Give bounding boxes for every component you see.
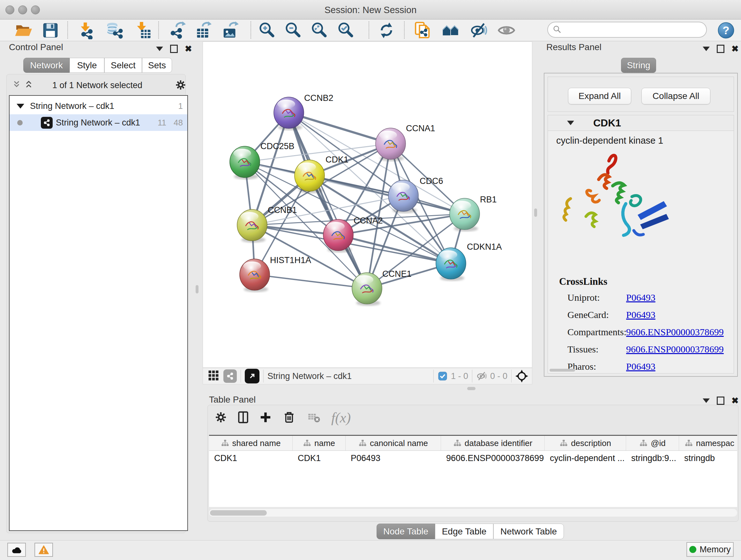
search-field[interactable] <box>547 22 707 38</box>
collapse-panel-icon[interactable] <box>156 47 163 51</box>
network-node[interactable]: CCNB2 <box>274 93 333 130</box>
table-row[interactable]: CDK1CDK1P064939606.ENSP00000378699cyclin… <box>209 451 737 465</box>
network-options-gear-icon[interactable] <box>174 78 187 92</box>
network-overview-icon[interactable] <box>441 21 460 40</box>
network-edge[interactable] <box>289 113 391 144</box>
expand-all-networks-icon[interactable] <box>23 79 34 91</box>
network-canvas[interactable]: CCNB2 CCNA1 CDC25B CDK1 CDC6 RB1 <box>203 42 532 368</box>
column-header[interactable]: shared name <box>209 436 293 450</box>
open-session-icon[interactable] <box>13 21 32 40</box>
table-gear-icon[interactable] <box>213 410 228 425</box>
network-share-badge-icon[interactable] <box>223 369 237 383</box>
crosslink-link[interactable]: P06493 <box>626 361 656 372</box>
column-header[interactable]: database identifier <box>441 436 545 450</box>
crosslink-link[interactable]: P06493 <box>626 292 656 303</box>
close-panel-icon[interactable]: ✖ <box>185 46 192 52</box>
zoom-out-icon[interactable] <box>283 21 302 40</box>
protein-structure-image <box>561 150 670 243</box>
tab-select[interactable]: Select <box>105 58 142 73</box>
column-type-icon <box>303 439 311 447</box>
network-node[interactable]: CCNE1 <box>352 269 412 306</box>
column-header[interactable]: canonical name <box>346 436 441 450</box>
crosslink-label: Compartments: <box>567 327 626 337</box>
cloud-status-button[interactable] <box>7 543 26 557</box>
import-network-database-icon[interactable] <box>105 21 124 40</box>
crosslink-link[interactable]: 9606.ENSP00000378699 <box>626 327 724 337</box>
column-header[interactable]: name <box>293 436 346 450</box>
results-scrollbar-thumb[interactable] <box>549 369 575 372</box>
collapse-all-button[interactable]: Collapse All <box>642 88 711 105</box>
save-session-icon[interactable] <box>41 21 60 40</box>
hidden-items-eye-icon[interactable] <box>476 370 488 382</box>
help-icon[interactable]: ? <box>717 21 736 40</box>
network-node[interactable]: HIST1H1A <box>240 255 311 292</box>
tab-edge-table[interactable]: Edge Table <box>435 523 493 539</box>
column-header[interactable]: @id <box>626 436 679 450</box>
delete-table-icon[interactable] <box>307 410 322 425</box>
node-table: shared namenamecanonical namedatabase id… <box>209 435 737 507</box>
tab-string[interactable]: String <box>621 58 656 73</box>
float-panel-icon[interactable] <box>717 396 724 405</box>
column-type-icon <box>639 439 648 447</box>
network-edge[interactable] <box>255 274 367 288</box>
memory-button[interactable]: Memory <box>686 542 734 557</box>
left-splitter-handle[interactable] <box>196 285 199 294</box>
import-table-file-icon[interactable] <box>133 21 152 40</box>
node-label: CCNE1 <box>382 269 412 279</box>
table-hscrollbar-track[interactable] <box>209 509 737 516</box>
refresh-view-icon[interactable] <box>377 21 396 40</box>
export-image-icon[interactable] <box>220 21 239 40</box>
cdk1-entry-header[interactable]: CDK1 <box>548 115 734 131</box>
clone-network-icon[interactable] <box>413 21 432 40</box>
tab-sets[interactable]: Sets <box>142 58 172 73</box>
column-header[interactable]: description <box>545 436 626 450</box>
zoom-fit-icon[interactable] <box>310 21 329 40</box>
selected-checkbox-icon[interactable] <box>437 371 448 381</box>
crosslink-link[interactable]: P06493 <box>626 309 656 320</box>
export-table-icon[interactable] <box>193 21 212 40</box>
warning-status-button[interactable] <box>35 543 53 557</box>
close-panel-icon[interactable]: ✖ <box>731 397 739 404</box>
tab-network-table[interactable]: Network Table <box>493 523 564 539</box>
add-column-icon[interactable] <box>258 410 273 425</box>
bottom-splitter-handle[interactable] <box>467 387 475 390</box>
collapse-panel-icon[interactable] <box>703 398 710 403</box>
fit-selected-crosshair-icon[interactable] <box>515 370 528 382</box>
network-selection-status: 1 of 1 Network selected <box>38 80 156 90</box>
close-panel-icon[interactable]: ✖ <box>731 46 739 52</box>
tab-style[interactable]: Style <box>70 58 105 73</box>
import-network-file-icon[interactable] <box>76 21 95 40</box>
table-hscrollbar-thumb[interactable] <box>210 510 267 516</box>
network-collection-row[interactable]: String Network – cdk1 1 <box>10 98 187 114</box>
network-node[interactable]: CDC25B <box>230 141 294 179</box>
delete-column-icon[interactable] <box>281 410 297 425</box>
search-input[interactable] <box>562 24 700 35</box>
function-builder-icon[interactable]: f(x) <box>331 410 351 426</box>
network-node[interactable]: CCNA1 <box>376 124 435 161</box>
birds-eye-view-icon[interactable] <box>245 369 259 383</box>
collapse-all-networks-icon[interactable] <box>11 79 22 91</box>
tree-expand-icon[interactable] <box>17 104 24 109</box>
show-columns-icon[interactable] <box>235 410 251 425</box>
expand-all-button[interactable]: Expand All <box>568 88 631 105</box>
network-row-selected[interactable]: String Network – cdk1 11 48 <box>10 114 187 131</box>
toggle-graphics-details-icon[interactable] <box>469 21 488 40</box>
network-node[interactable]: CDC6 <box>388 176 443 213</box>
crosslink-link[interactable]: 9606.ENSP00000378699 <box>626 344 724 355</box>
tab-network[interactable]: Network <box>23 58 70 73</box>
zoom-selected-icon[interactable] <box>336 21 355 40</box>
node-label: CCNB1 <box>268 205 297 215</box>
show-hide-panel-icon[interactable] <box>497 21 516 40</box>
grid-view-icon[interactable] <box>207 369 219 383</box>
collapse-panel-icon[interactable] <box>703 47 710 51</box>
network-node[interactable]: CDKN1A <box>436 242 502 281</box>
network-node[interactable]: RB1 <box>450 195 497 232</box>
right-splitter-handle[interactable] <box>534 208 537 217</box>
float-panel-icon[interactable] <box>717 45 724 53</box>
zoom-in-icon[interactable] <box>257 21 276 40</box>
column-header[interactable]: namespac <box>679 436 737 450</box>
entry-collapse-icon[interactable] <box>567 121 574 125</box>
float-panel-icon[interactable] <box>170 45 178 53</box>
tab-node-table[interactable]: Node Table <box>377 523 435 539</box>
export-network-icon[interactable] <box>168 21 187 40</box>
